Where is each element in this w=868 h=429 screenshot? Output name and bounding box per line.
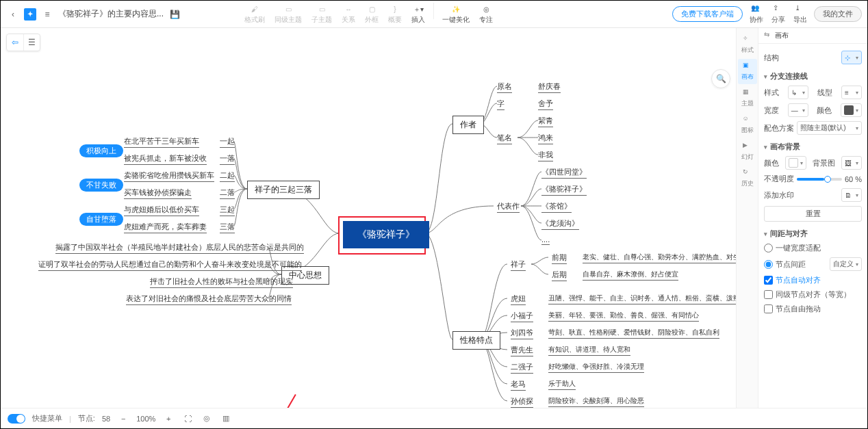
leaf[interactable]: 被宪兵抓走，新车被没收 [124,153,207,165]
leaf[interactable]: 非我 [538,150,553,161]
leaf[interactable]: 苛刻、耿直、性格刚硬、爱惜钱财、阴险狡诈、自私自利 [548,328,719,339]
bgimg-select[interactable]: 🖼▾ [841,156,862,170]
locate-button[interactable]: ◎ [201,413,213,425]
leaf[interactable]: 老实、健壮、自尊心强、勤劳本分、满腔热血、对生活充满激情 [583,252,736,263]
leaf[interactable]: 刘四爷 [511,328,533,339]
style-select[interactable]: ↳▾ [788,86,808,99]
tab-a[interactable]: ⇆ [764,31,769,40]
leaf[interactable]: .... [541,235,550,245]
leaf[interactable]: 《龙须沟》 [541,218,579,230]
center-node[interactable]: 《骆驼祥子》 [343,221,429,248]
tool-boundary[interactable]: ▢外框 [361,3,383,26]
leaf[interactable]: 乐于助人 [548,379,576,390]
leaf[interactable]: 一落 [220,153,235,165]
leaf[interactable]: 小福子 [511,311,533,322]
leaf[interactable]: 老马 [511,379,526,391]
fit-screen-button[interactable]: ⛶ [181,413,194,425]
leaf[interactable]: 笔名 [497,133,512,144]
leaf[interactable]: 买车钱被孙侦探骗走 [124,187,192,199]
color-select[interactable]: ▾ [841,103,862,117]
node-traits[interactable]: 性格特点 [452,331,500,350]
tab-b[interactable]: 画布 [775,31,789,40]
leaf[interactable]: 与虎妞婚后以低价买车 [124,205,199,216]
node-three-rises[interactable]: 祥子的三起三落 [247,181,320,199]
leaf[interactable]: 一起 [220,136,235,148]
tag-persist[interactable]: 不甘失败 [79,179,123,192]
tool-beautify[interactable]: ✨一键美化 [438,3,474,26]
rail-icon[interactable]: ☺图标 [738,112,757,138]
leaf[interactable]: 孙侦探 [511,396,533,408]
tool-insert[interactable]: ＋▾插入 [407,3,429,26]
chk-auto-align[interactable]: 节点自动对齐 [764,275,862,285]
leaf[interactable]: 虎妞 [511,294,526,305]
leaf[interactable]: 原名 [497,81,512,93]
tag-fallen[interactable]: 自甘堕落 [79,213,123,226]
zoom-out-button[interactable]: − [117,413,129,425]
leaf[interactable]: 二强子 [511,362,533,374]
search-button[interactable]: 🔍 [711,69,730,88]
leaf[interactable]: 美丽、年轻、要强、勤俭、善良、倔强、有同情心 [548,311,699,322]
mindmap-canvas[interactable]: ⇦ ☰ 🔍 [1,28,736,408]
width-select[interactable]: —▾ [788,103,808,117]
leaf[interactable]: 有知识、讲道理、待人宽和 [548,345,630,356]
leaf[interactable]: 《茶馆》 [541,201,572,213]
leaf[interactable]: 絜青 [538,116,553,127]
rail-canvas[interactable]: ▣画布 [738,59,757,84]
reset-button[interactable]: 重置 [764,206,862,222]
leaf[interactable]: 卖骆驼省吃俭用攒钱买新车 [124,170,214,182]
sec-bg[interactable]: 画布背景 [764,142,862,152]
leaf[interactable]: 鸿来 [538,133,553,144]
tool-focus[interactable]: ◎专注 [475,3,497,26]
line-select[interactable]: ≡▾ [841,86,862,99]
leaf[interactable]: 三落 [220,222,235,233]
bgcolor-select[interactable]: ▾ [785,156,806,170]
leaf[interactable]: 后期 [552,270,567,281]
tool-sibling[interactable]: ▭同级主题 [270,3,306,26]
zoom-in-button[interactable]: + [162,413,175,425]
leaf[interactable]: 祥子 [511,259,526,271]
opt-fit[interactable]: 一键宽度适配 [764,243,862,253]
chk-same-level[interactable]: 同级节点对齐（等宽） [764,289,862,300]
sec-branch[interactable]: 分支连接线 [764,71,862,81]
leaf[interactable]: 证明了双半社会的劳动人民想通过自己的勤劳和个人奋斗来改变处境是不可能的 [38,259,302,271]
leaf[interactable]: 丑陋、强悍、能干、自主、识时务、通人情、粗俗、蛮横、泼辣、精明、自私 [548,294,736,304]
collab-button[interactable]: 👥协作 [747,4,766,25]
node-works[interactable]: 代表作 [497,201,520,213]
leaf[interactable]: 舍予 [538,99,553,110]
rail-theme[interactable]: ▦主题 [738,86,757,111]
opacity-slider[interactable] [797,178,842,181]
back-icon[interactable]: ‹ [6,8,20,21]
structure-select[interactable]: ⊹▾ [841,51,862,64]
leaf[interactable]: 二落 [220,187,235,199]
save-icon[interactable]: 💾 [168,8,181,21]
minimap-button[interactable]: ▥ [220,413,232,425]
myfiles-button[interactable]: 我的文件 [814,6,862,22]
tool-child[interactable]: ▭子主题 [307,3,336,26]
leaf[interactable]: 三起 [220,205,235,216]
tool-relation[interactable]: ↔关系 [337,3,359,26]
quickmenu-toggle[interactable] [8,414,25,424]
leaf[interactable]: 二起 [220,170,235,182]
scheme-select[interactable]: 照随主题(默认)▾ [797,121,862,135]
tool-summary[interactable]: }概要 [384,3,406,26]
watermark-select[interactable]: 🗎▾ [841,188,862,202]
download-button[interactable]: 免费下载客户端 [672,6,743,22]
rail-history[interactable]: ↻历史 [738,166,757,191]
leaf[interactable]: 阴险狡诈、尖酸刻薄、用心险恶 [548,396,644,407]
leaf[interactable]: 《骆驼祥子》 [541,184,587,196]
leaf[interactable]: 在北平苦干三年买新车 [124,136,199,148]
app-logo-icon[interactable]: ✦ [24,8,36,21]
leaf[interactable]: 字 [497,99,505,110]
gap-select[interactable]: 自定义▾ [830,257,862,271]
node-author[interactable]: 作者 [452,116,484,134]
share-button[interactable]: ⇪分享 [769,4,788,25]
leaf[interactable]: 自暴自弃、麻木潦倒、好占便宜 [583,270,678,281]
sec-align[interactable]: 间距与对齐 [764,229,862,239]
export-button[interactable]: ⤓导出 [791,4,810,25]
tool-format[interactable]: 🖌格式刷 [240,3,269,26]
leaf[interactable]: 《四世同堂》 [541,167,587,179]
leaf[interactable]: 虎妞难产而死，卖车葬妻 [124,222,207,233]
chk-free-drag[interactable]: 节点自由拖动 [764,304,862,314]
leaf[interactable]: 揭露了中国双半社会（半殖民地半封建社会）底层人民的悲苦命运是共同的 [55,242,304,254]
leaf[interactable]: 前期 [552,252,567,264]
